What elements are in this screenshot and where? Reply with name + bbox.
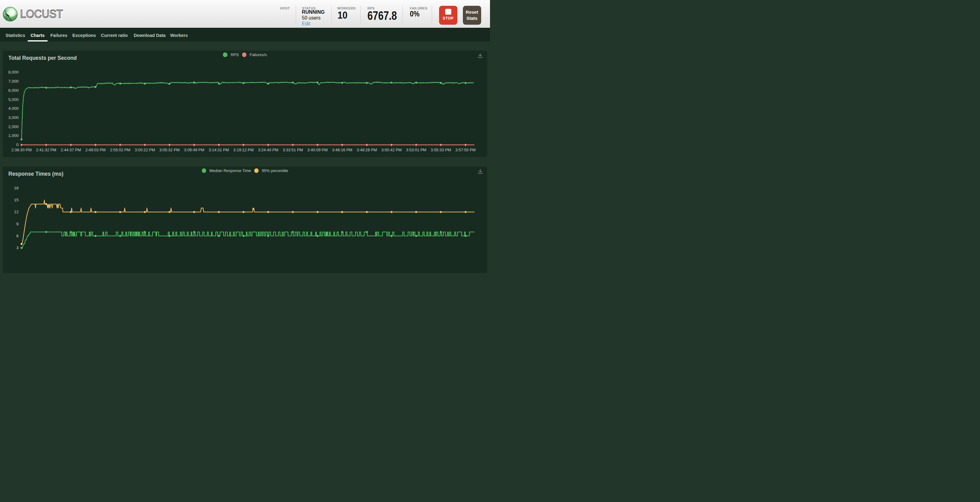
svg-text:LOCUST: LOCUST (20, 8, 63, 20)
